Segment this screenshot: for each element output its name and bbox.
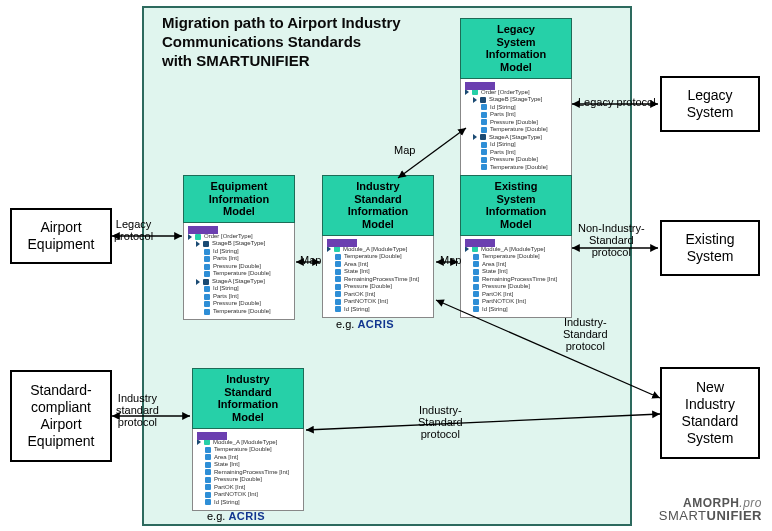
legacy-protocol-short-label: Legacy protocol: [114, 218, 153, 242]
equipment-model-tree: Order [OrderType] StageB [StageType] Id …: [183, 223, 295, 321]
branding: AMORPH.pro SMARTUNIFIER: [659, 497, 762, 523]
industry-bottom-label: Industry- Standard protocol: [418, 404, 463, 440]
legacy-system-label: Legacy System: [687, 87, 734, 121]
existing-model-header: Existing System Information Model: [460, 175, 572, 236]
existing-system-label: Existing System: [685, 231, 734, 265]
industry-bottom-model-tree: Module_A [ModuleType] Temperature [Doubl…: [192, 429, 304, 512]
industry-center-model-box: Industry Standard Information Model Modu…: [322, 175, 434, 318]
legacy-model-tree: Order [OrderType] StageB [StageType] Id …: [460, 79, 572, 177]
equipment-model-box: Equipment Information Model Order [Order…: [183, 175, 295, 320]
airport-equipment-label: Airport Equipment: [28, 219, 95, 253]
legacy-model-box: Legacy System Information Model Order [O…: [460, 18, 572, 176]
industry-diag-label: Industry- Standard protocol: [563, 316, 608, 352]
new-system-label: New Industry Standard System: [682, 379, 739, 446]
equipment-model-header: Equipment Information Model: [183, 175, 295, 223]
diagram-title: Migration path to Airport Industry Commu…: [162, 14, 401, 70]
industry-bottom-model-box: Industry Standard Information Model Modu…: [192, 368, 304, 511]
existing-model-box: Existing System Information Model Module…: [460, 175, 572, 318]
legacy-protocol-label: Legacy protocol: [578, 96, 656, 108]
airport-equipment-box: Airport Equipment: [10, 208, 112, 264]
new-system-box: New Industry Standard System: [660, 367, 760, 459]
map-left-label: Map: [300, 254, 321, 266]
map-right-label: Map: [440, 254, 461, 266]
existing-model-tree: Module_A [ModuleType] Temperature [Doubl…: [460, 236, 572, 319]
industry-center-model-tree: Module_A [ModuleType] Temperature [Doubl…: [322, 236, 434, 319]
compliant-equipment-box: Standard- compliant Airport Equipment: [10, 370, 112, 462]
industry-std-label: Industry standard protocol: [116, 392, 159, 428]
existing-system-box: Existing System: [660, 220, 760, 276]
legacy-system-box: Legacy System: [660, 76, 760, 132]
industry-bottom-model-header: Industry Standard Information Model: [192, 368, 304, 429]
eg-acris-center: e.g. ACRIS: [336, 318, 394, 330]
legacy-model-header: Legacy System Information Model: [460, 18, 572, 79]
compliant-equipment-label: Standard- compliant Airport Equipment: [28, 382, 95, 449]
industry-center-model-header: Industry Standard Information Model: [322, 175, 434, 236]
non-industry-label: Non-Industry- Standard protocol: [578, 222, 645, 258]
map-top-label: Map: [394, 144, 415, 156]
eg-acris-bottom: e.g. ACRIS: [207, 510, 265, 522]
